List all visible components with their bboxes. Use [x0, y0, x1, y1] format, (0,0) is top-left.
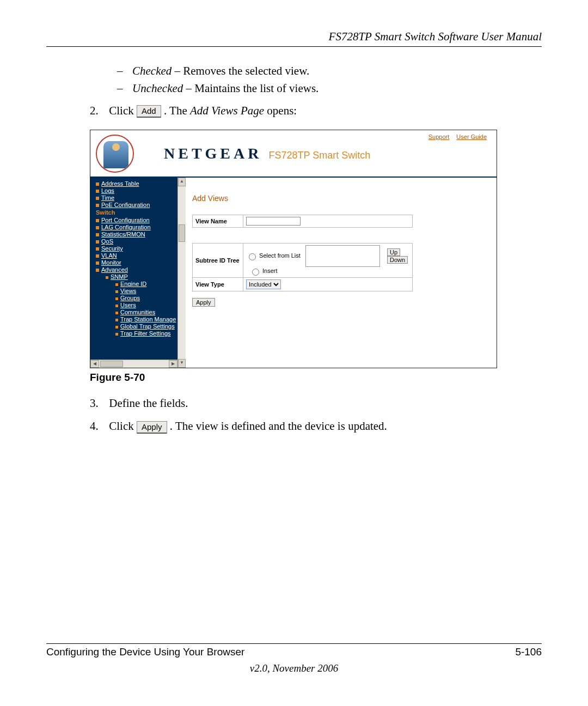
view-name-input[interactable]	[246, 217, 301, 226]
sidebar-item[interactable]: Time	[96, 194, 174, 201]
sidebar-subitem[interactable]: Global Trap Settings	[115, 323, 174, 330]
document-footer: Configuring the Device Using Your Browse…	[46, 643, 542, 658]
option-unchecked: Unchecked	[132, 82, 183, 95]
brand-name: NETGEAR	[164, 145, 262, 162]
scroll-left-icon[interactable]: ◀	[90, 360, 99, 368]
sidebar-category: Switch	[96, 209, 174, 216]
step-2: 2. Click Add . The Add Views Page opens:	[90, 102, 542, 120]
sidebar-item[interactable]: Security	[96, 245, 174, 252]
nav-sidebar: Address Table Logs Time PoE Configuratio…	[90, 178, 177, 360]
scroll-up-icon[interactable]: ▲	[178, 178, 186, 186]
scroll-down-icon[interactable]: ▼	[178, 359, 186, 368]
view-name-label: View Name	[193, 215, 243, 228]
down-button[interactable]: Down	[387, 256, 408, 264]
netgear-logo-icon	[96, 135, 134, 173]
user-guide-link[interactable]: User Guide	[456, 133, 487, 140]
add-button-inline: Add	[137, 105, 161, 118]
insert-radio[interactable]	[252, 269, 259, 276]
up-button[interactable]: Up	[387, 248, 400, 256]
sidebar-item[interactable]: Address Table	[96, 180, 174, 187]
footer-left: Configuring the Device Using Your Browse…	[46, 646, 244, 658]
sidebar-v-scrollbar[interactable]: ▲ ▼	[177, 178, 186, 368]
select-from-list-radio[interactable]	[249, 253, 256, 260]
figure-caption: Figure 5-70	[90, 372, 497, 384]
screenshot: NETGEAR FS728TP Smart Switch Support Use…	[90, 130, 497, 368]
sidebar-item[interactable]: Statistics/RMON	[96, 231, 174, 238]
sidebar-subitem[interactable]: Users	[115, 302, 174, 308]
view-type-select[interactable]: Included	[246, 279, 281, 289]
apply-button-inline: Apply	[137, 421, 167, 434]
sidebar-subitem[interactable]: Groups	[115, 295, 174, 301]
sidebar-subitem[interactable]: SNMP	[106, 273, 174, 280]
footer-page-number: 5-106	[515, 646, 542, 658]
insert-label: Insert	[262, 267, 278, 274]
step-3: 3. Define the fields.	[90, 394, 542, 413]
sidebar-item[interactable]: LAG Configuration	[96, 224, 174, 230]
sidebar-subitem[interactable]: Communities	[115, 309, 174, 315]
sidebar-subitem[interactable]: Engine ID	[115, 281, 174, 287]
sidebar-h-scrollbar[interactable]: ◀ ▶	[90, 360, 177, 368]
sidebar-item[interactable]: Logs	[96, 187, 174, 194]
sidebar-subitem[interactable]: Views	[115, 288, 174, 294]
option-list: –Checked – Removes the selected view. –U…	[117, 63, 542, 96]
support-link[interactable]: Support	[428, 133, 450, 140]
sidebar-item[interactable]: PoE Configuration	[96, 202, 174, 208]
sidebar-item[interactable]: Monitor	[96, 259, 174, 266]
subtree-listbox[interactable]	[305, 245, 380, 267]
apply-button[interactable]: Apply	[192, 298, 215, 307]
product-name: FS728TP Smart Switch	[268, 150, 370, 161]
document-version: v2.0, November 2006	[0, 662, 588, 674]
sidebar-item[interactable]: Port Configuration	[96, 217, 174, 223]
step-4: 4. Click Apply . The view is defined and…	[90, 417, 542, 436]
document-header: FS728TP Smart Switch Software User Manua…	[46, 30, 542, 47]
sidebar-item[interactable]: QoS	[96, 238, 174, 245]
subtree-label: Subtree ID Tree	[193, 244, 243, 278]
sidebar-subitem[interactable]: Trap Filter Settings	[115, 330, 174, 337]
sidebar-item[interactable]: VLAN	[96, 252, 174, 259]
sidebar-item[interactable]: Advanced	[96, 266, 174, 273]
view-type-label: View Type	[193, 278, 243, 291]
select-from-list-label: Select from List	[259, 252, 301, 259]
sidebar-subitem[interactable]: Trap Station Manage	[115, 316, 174, 322]
option-checked: Checked	[132, 64, 171, 77]
page-title: Add Views	[192, 194, 490, 203]
scroll-right-icon[interactable]: ▶	[169, 360, 177, 368]
